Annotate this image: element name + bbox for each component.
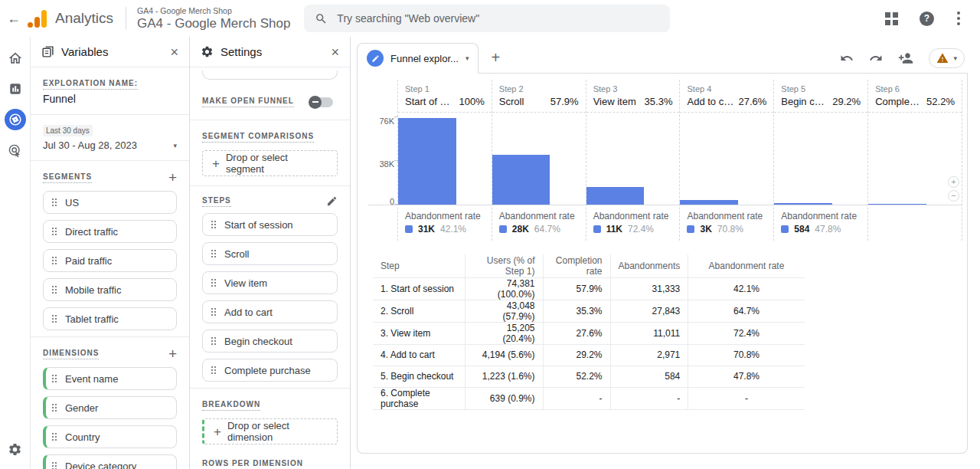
funnel-column: Step 6Complete p...52.2%+− (867, 80, 962, 241)
step-chip[interactable]: View item (202, 271, 338, 294)
segment-chip[interactable]: Tablet traffic (43, 307, 177, 330)
zoom-out-icon[interactable]: − (948, 190, 959, 202)
tab-label: Funnel explor... (390, 53, 459, 64)
funnel-step-rate: 57.9% (550, 96, 579, 107)
more-menu-icon[interactable] (956, 10, 962, 27)
add-segment-icon[interactable]: + (168, 170, 177, 185)
funnel-plot-area (492, 112, 586, 205)
funnel-bar[interactable] (492, 155, 550, 205)
table-column-header[interactable]: Completion rate (543, 254, 610, 277)
settings-close-icon[interactable]: × (331, 45, 339, 59)
back-arrow-icon[interactable]: ← (0, 11, 28, 27)
date-preset-badge: Last 30 days (43, 125, 93, 136)
edit-steps-icon[interactable] (326, 195, 338, 207)
funnel-step-header[interactable]: Step 5Begin chec...29.2% (774, 80, 867, 112)
dimension-chip[interactable]: Device category (43, 454, 177, 469)
exploration-name-section: EXPLORATION NAME: Funnel (31, 67, 189, 115)
dimension-chip-label: Event name (65, 373, 118, 385)
dimension-chip[interactable]: Gender (43, 396, 177, 419)
table-row[interactable]: 5. Begin checkout1,223 (1.6%)52.2%58447.… (373, 366, 805, 387)
zoom-in-icon[interactable]: + (948, 176, 959, 188)
funnel-visualization: 76K 38K 0 Step 1Start of ses...100%Aband… (368, 80, 962, 241)
segment-drop-target[interactable]: + Drop or select segment (202, 150, 338, 176)
table-header-row: StepUsers (% of Step 1)Completion rateAb… (373, 254, 805, 277)
funnel-bar[interactable] (680, 200, 738, 205)
advertising-icon[interactable] (5, 139, 26, 161)
help-icon[interactable]: ? (920, 11, 934, 26)
funnel-bar[interactable] (868, 204, 926, 205)
funnel-bar[interactable] (398, 118, 456, 205)
funnel-step-header[interactable]: Step 1Start of ses...100% (398, 80, 492, 112)
step-chip[interactable]: Add to cart (202, 300, 338, 323)
abandonment-rate-label: Abandonment rate (593, 211, 673, 221)
scrolled-control-fragment (202, 71, 338, 80)
drag-handle-icon (51, 314, 57, 323)
table-cell: 27.6% (543, 322, 610, 344)
legend-square-icon (687, 225, 694, 233)
undo-icon[interactable] (840, 51, 854, 65)
property-switcher[interactable]: GA4 - Google Merch Shop GA4 - Google Mer… (137, 6, 290, 31)
table-cell: 27,843 (610, 300, 688, 322)
segment-chip[interactable]: Direct traffic (43, 220, 177, 243)
dimension-chip[interactable]: Event name (43, 367, 177, 390)
table-cell: 31,333 (610, 277, 688, 300)
table-column-header[interactable]: Abandonment rate (688, 254, 805, 277)
date-range-picker[interactable]: Jul 30 - Aug 28, 2023 ▾ (43, 139, 177, 151)
table-row[interactable]: 4. Add to cart4,194 (5.6%)29.2%2,97170.8… (373, 344, 805, 366)
top-app-bar: ← Analytics GA4 - Google Merch Shop GA4 … (0, 0, 980, 37)
funnel-step-header[interactable]: Step 6Complete p...52.2% (868, 80, 962, 112)
variables-header: Variables × (31, 37, 189, 67)
table-column-header[interactable]: Step (373, 254, 465, 277)
rows-per-dimension-label: ROWS PER DIMENSION (202, 459, 303, 469)
plus-icon: + (214, 425, 221, 438)
step-chip[interactable]: Scroll (202, 242, 338, 265)
funnel-step-number: Step 3 (593, 84, 673, 93)
table-row[interactable]: 6. Complete purchase639 (0.9%)--- (373, 387, 805, 409)
search-input[interactable]: Try searching "Web overview" (304, 5, 670, 32)
dimension-chip[interactable]: Country (43, 425, 177, 448)
funnel-step-header[interactable]: Step 4Add to cart27.6% (680, 80, 773, 112)
variables-close-icon[interactable]: × (170, 45, 178, 59)
funnel-step-header[interactable]: Step 2Scroll57.9% (492, 80, 586, 112)
admin-gear-icon[interactable] (5, 438, 26, 460)
table-row[interactable]: 3. View item15,205 (20.4%)27.6%11,01172.… (373, 322, 805, 344)
funnel-plot-area (680, 112, 773, 205)
step-chip[interactable]: Complete purchase (202, 359, 338, 382)
funnel-step-rate: 27.6% (738, 96, 766, 107)
funnel-y-axis: 76K 38K 0 (368, 80, 397, 241)
table-row[interactable]: 1. Start of session74,381 (100.0%)57.9%3… (373, 277, 805, 300)
funnel-step-rate: 35.3% (645, 96, 673, 107)
table-column-header[interactable]: Abandonments (610, 254, 688, 277)
table-cell: 1. Start of session (373, 277, 465, 300)
segment-chip[interactable]: US (43, 191, 177, 214)
share-add-user-icon[interactable] (898, 51, 913, 66)
redo-icon[interactable] (869, 51, 883, 65)
funnel-bar[interactable] (774, 203, 832, 205)
exploration-name-value[interactable]: Funnel (43, 93, 177, 105)
make-open-funnel-toggle[interactable] (310, 97, 333, 107)
abandonment-cell: Abandonment rate31K42.1% (398, 205, 492, 241)
add-tab-button[interactable]: + (479, 42, 512, 73)
funnel-column: Step 5Begin chec...29.2%Abandonment rate… (773, 80, 867, 241)
table-row[interactable]: 2. Scroll43,048 (57.9%)35.3%27,84364.7% (373, 300, 805, 322)
step-chip-label: View item (224, 277, 267, 289)
breakdown-drop-target[interactable]: + Drop or select dimension (202, 418, 338, 444)
step-chip-label: Scroll (224, 248, 250, 260)
segment-chip[interactable]: Paid traffic (43, 249, 177, 272)
step-chip[interactable]: Start of session (202, 213, 338, 236)
reports-icon[interactable] (5, 78, 26, 100)
analytics-logo[interactable]: Analytics (28, 10, 113, 28)
drag-handle-icon (51, 461, 57, 469)
funnel-step-header[interactable]: Step 3View item35.3% (586, 80, 680, 112)
funnel-bar[interactable] (586, 187, 645, 205)
funnel-step-rate: 52.2% (926, 96, 955, 107)
add-dimension-icon[interactable]: + (168, 346, 177, 361)
tab-funnel-exploration[interactable]: Funnel explor... ▾ (357, 43, 479, 74)
home-icon[interactable] (5, 48, 26, 69)
table-column-header[interactable]: Users (% of Step 1) (465, 254, 543, 277)
segment-chip[interactable]: Mobile traffic (43, 278, 177, 301)
sampling-warning-button[interactable]: ▾ (929, 48, 965, 68)
apps-grid-icon[interactable] (885, 12, 898, 25)
explore-icon[interactable] (5, 109, 26, 130)
step-chip[interactable]: Begin checkout (202, 330, 338, 353)
